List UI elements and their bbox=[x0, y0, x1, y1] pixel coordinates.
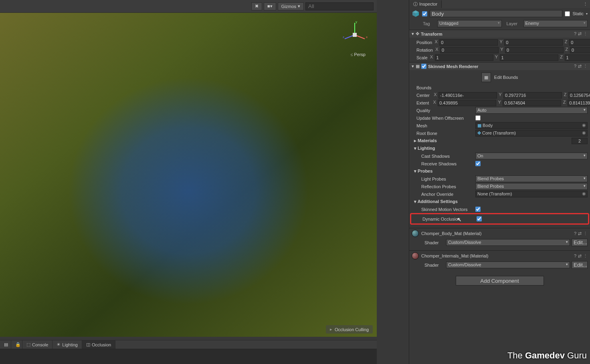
menu-icon[interactable]: ⋮ bbox=[583, 31, 588, 36]
scene-search-input[interactable] bbox=[305, 2, 374, 10]
scene-view[interactable]: yzx ≤ Persp ▸Occlusion Culling bbox=[0, 13, 377, 337]
orientation-gizmo[interactable]: yzx bbox=[339, 19, 371, 51]
position-y[interactable] bbox=[504, 39, 563, 46]
bottom-panel bbox=[0, 349, 377, 364]
extent-y[interactable] bbox=[503, 100, 561, 106]
position-z[interactable] bbox=[569, 39, 590, 46]
center-z[interactable] bbox=[568, 92, 590, 99]
menu-icon[interactable]: ⋮ bbox=[583, 64, 588, 69]
static-checkbox[interactable] bbox=[565, 11, 570, 16]
material-preview-icon bbox=[412, 252, 419, 259]
reflection-probes-label: Reflection Probes bbox=[412, 184, 474, 189]
preset-icon[interactable]: ⇄ bbox=[578, 253, 582, 259]
material-0: Chomper_Body_Mat (Material)?⇄⋮ ShaderCus… bbox=[409, 228, 590, 248]
svg-text:x: x bbox=[366, 35, 368, 39]
tools-icon[interactable]: ✖ bbox=[251, 2, 262, 10]
cast-shadows-label: Cast Shadows bbox=[412, 154, 474, 159]
help-icon[interactable]: ? bbox=[574, 64, 576, 69]
bottom-lock-icon[interactable]: 🔒 bbox=[11, 340, 22, 349]
shader-edit-button[interactable]: Edit... bbox=[572, 261, 588, 269]
skinned-mesh-renderer-component: ▾ ▦ Skinned Mesh Renderer ?⇄⋮ ▦Edit Boun… bbox=[409, 62, 590, 225]
rotation-y[interactable] bbox=[505, 47, 564, 53]
smr-enabled-checkbox[interactable] bbox=[421, 64, 426, 69]
edit-bounds-tool-button[interactable]: ▦ bbox=[481, 72, 491, 82]
foldout-icon[interactable]: ▾ bbox=[412, 31, 414, 36]
material-preview-icon bbox=[412, 230, 419, 237]
add-component-button[interactable]: Add Component bbox=[456, 276, 544, 286]
preset-icon[interactable]: ⇄ bbox=[578, 31, 582, 36]
tag-label: Tag bbox=[423, 21, 436, 26]
gameobject-active-checkbox[interactable] bbox=[422, 11, 427, 16]
svg-text:y: y bbox=[356, 20, 357, 24]
transform-icon: ✥ bbox=[416, 31, 419, 36]
extent-x[interactable] bbox=[438, 100, 496, 106]
cast-shadows-dropdown[interactable]: On bbox=[475, 153, 588, 159]
scale-y[interactable] bbox=[500, 54, 558, 61]
preset-icon[interactable]: ⇄ bbox=[578, 64, 582, 69]
light-probes-dropdown[interactable]: Blend Probes bbox=[475, 175, 588, 182]
motion-vectors-checkbox[interactable] bbox=[475, 207, 481, 212]
shader-edit-button[interactable]: Edit... bbox=[572, 239, 588, 246]
svg-line-1 bbox=[345, 35, 355, 39]
mesh-field[interactable]: ▦ Body bbox=[475, 122, 588, 129]
rotation-x[interactable] bbox=[440, 47, 499, 53]
svg-line-2 bbox=[355, 35, 365, 39]
prefab-cube-icon[interactable] bbox=[412, 10, 420, 18]
inspector-menu-icon[interactable]: ⋮ bbox=[581, 2, 590, 7]
center-y[interactable] bbox=[503, 92, 562, 99]
projection-label[interactable]: ≤ Persp bbox=[350, 52, 366, 57]
lighting-foldout[interactable]: ▾ Lighting bbox=[412, 146, 435, 151]
rotation-z[interactable] bbox=[570, 47, 590, 53]
transform-component: ▾ ✥ Transform ?⇄⋮ PositionXYZ RotationXY… bbox=[409, 30, 590, 62]
gizmos-dropdown[interactable]: Gizmos ▾ bbox=[278, 2, 304, 10]
menu-icon[interactable]: ⋮ bbox=[583, 231, 588, 236]
help-icon[interactable]: ? bbox=[574, 231, 576, 236]
foldout-icon[interactable]: ▾ bbox=[412, 64, 414, 69]
scale-z[interactable] bbox=[565, 54, 590, 61]
position-label: Position bbox=[412, 40, 432, 45]
materials-count[interactable]: 2 bbox=[572, 138, 588, 144]
tag-dropdown[interactable]: Untagged bbox=[437, 20, 502, 27]
receive-shadows-checkbox[interactable] bbox=[475, 161, 481, 166]
position-x[interactable] bbox=[439, 39, 498, 46]
tab-lighting[interactable]: ☀ Lighting bbox=[53, 340, 82, 349]
help-icon[interactable]: ? bbox=[574, 253, 576, 259]
watermark: The Gamedev Guru bbox=[507, 350, 587, 361]
edit-bounds-label: Edit Bounds bbox=[494, 75, 518, 80]
reflection-probes-dropdown[interactable]: Blend Probes bbox=[475, 183, 588, 190]
shader-dropdown[interactable]: Custom/Dissolve bbox=[446, 239, 570, 246]
menu-icon[interactable]: ⋮ bbox=[583, 253, 588, 259]
shader-label: Shader bbox=[424, 240, 445, 245]
update-offscreen-label: Update When Offscreen bbox=[412, 116, 474, 121]
shader-dropdown[interactable]: Custom/Dissolve bbox=[446, 261, 570, 268]
bottom-tab-bar: ▤ 🔒 ⬚ Console ☀ Lighting ◫ Occlusion bbox=[0, 340, 377, 349]
occlusion-culling-overlay[interactable]: ▸Occlusion Culling bbox=[326, 325, 373, 334]
materials-foldout[interactable]: ▸ Materials bbox=[412, 138, 437, 143]
bottom-icon-button[interactable]: ▤ bbox=[0, 340, 11, 349]
extent-z[interactable] bbox=[568, 100, 590, 106]
scale-x[interactable] bbox=[435, 54, 493, 61]
gameobject-name-field[interactable] bbox=[430, 10, 562, 17]
help-icon[interactable]: ? bbox=[574, 31, 576, 36]
inspector-tab-bar: ⓘInspector ⋮ bbox=[409, 0, 590, 8]
additional-settings-foldout[interactable]: ▾ Additional Settings bbox=[412, 199, 458, 204]
scale-label: Scale bbox=[412, 55, 428, 60]
transform-title: Transform bbox=[421, 32, 572, 36]
preset-icon[interactable]: ⇄ bbox=[578, 231, 582, 236]
tab-inspector[interactable]: ⓘInspector bbox=[409, 0, 442, 8]
tab-occlusion[interactable]: ◫ Occlusion bbox=[82, 340, 115, 349]
root-bone-field[interactable]: ✥ Core (Transform) bbox=[475, 130, 588, 137]
probes-foldout[interactable]: ▾ Probes bbox=[412, 169, 432, 174]
dynamic-occlusion-checkbox[interactable] bbox=[477, 216, 482, 221]
tab-console[interactable]: ⬚ Console bbox=[22, 340, 53, 349]
quality-dropdown[interactable]: Auto bbox=[475, 107, 588, 114]
quality-label: Quality bbox=[412, 108, 474, 113]
center-label: Center bbox=[412, 93, 431, 98]
anchor-override-field[interactable]: None (Transform) bbox=[475, 191, 588, 197]
update-offscreen-checkbox[interactable] bbox=[475, 115, 481, 121]
anchor-override-label: Anchor Override bbox=[412, 192, 474, 197]
camera-icon[interactable]: ■▾ bbox=[264, 2, 276, 10]
center-x[interactable] bbox=[438, 92, 497, 99]
motion-vectors-label: Skinned Motion Vectors bbox=[412, 207, 474, 212]
layer-dropdown[interactable]: Enemy bbox=[523, 20, 588, 27]
